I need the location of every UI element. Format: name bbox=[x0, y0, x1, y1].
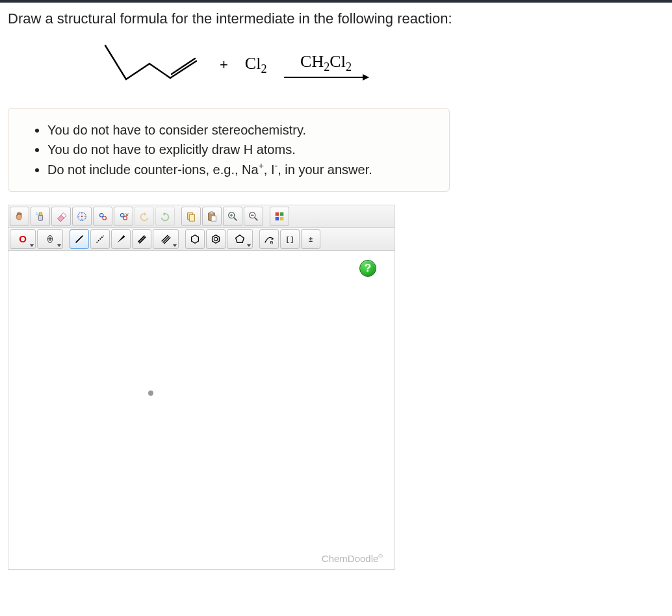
chevron-down-icon bbox=[247, 244, 251, 247]
svg-line-35 bbox=[97, 235, 104, 242]
element-picker-button[interactable]: O bbox=[10, 229, 36, 249]
svg-line-4 bbox=[172, 58, 195, 74]
svg-marker-41 bbox=[192, 235, 199, 243]
zoom-in-button[interactable] bbox=[223, 207, 242, 226]
reagent-cl2: Cl2 bbox=[245, 54, 267, 76]
undo-button[interactable] bbox=[135, 207, 154, 226]
zoom-out-button[interactable] bbox=[244, 207, 263, 226]
paste-button[interactable] bbox=[202, 207, 222, 226]
rings-cut-tool-button[interactable] bbox=[114, 207, 133, 226]
svg-line-2 bbox=[149, 64, 170, 78]
hand-tool-button[interactable] bbox=[10, 207, 29, 226]
triple-bond-button[interactable] bbox=[153, 229, 179, 249]
hint-2: You do not have to explicitly draw H ato… bbox=[47, 140, 433, 159]
svg-line-34 bbox=[76, 235, 83, 242]
svg-line-3 bbox=[170, 61, 196, 78]
reaction-plus: + bbox=[220, 57, 228, 73]
content: Draw a structural formula for the interm… bbox=[0, 3, 672, 570]
rings-tool-button[interactable] bbox=[93, 207, 112, 226]
svg-marker-42 bbox=[213, 235, 220, 243]
charge-label: ± bbox=[309, 235, 313, 243]
svg-rect-33 bbox=[280, 217, 283, 220]
svg-point-8 bbox=[36, 214, 36, 214]
redo-button[interactable] bbox=[155, 207, 175, 226]
spray-tool-button[interactable] bbox=[31, 207, 50, 226]
hint-1: You do not have to consider stereochemis… bbox=[47, 120, 433, 140]
brackets-label: [ ] bbox=[287, 235, 293, 243]
reaction-row: + Cl2 CH2Cl2 bbox=[8, 39, 664, 108]
colors-button[interactable] bbox=[270, 207, 289, 226]
hexagon-ring-button[interactable] bbox=[185, 229, 205, 249]
svg-rect-19 bbox=[189, 214, 194, 221]
svg-line-1 bbox=[126, 64, 149, 79]
chevron-down-icon bbox=[173, 244, 177, 247]
svg-rect-21 bbox=[210, 211, 213, 214]
toolbar-row-2: O + bbox=[8, 228, 394, 251]
svg-rect-32 bbox=[276, 217, 279, 220]
svg-rect-22 bbox=[211, 216, 216, 221]
reaction-arrow: CH2Cl2 bbox=[284, 52, 368, 78]
svg-line-28 bbox=[255, 217, 258, 220]
hint-box: You do not have to consider stereochemis… bbox=[8, 108, 450, 192]
charge-picker-button[interactable]: + bbox=[37, 229, 63, 249]
svg-line-24 bbox=[234, 217, 237, 220]
help-button[interactable]: ? bbox=[359, 260, 376, 277]
svg-text:n: n bbox=[270, 239, 273, 245]
svg-line-0 bbox=[105, 45, 126, 79]
svg-point-7 bbox=[36, 212, 37, 213]
chevron-down-icon bbox=[57, 244, 61, 247]
reagent-text: Cl bbox=[245, 54, 261, 73]
dashed-bond-button[interactable] bbox=[90, 229, 110, 249]
svg-rect-5 bbox=[38, 215, 42, 220]
arrow-condition: CH2Cl2 bbox=[300, 52, 352, 74]
reagent-sub: 2 bbox=[261, 62, 266, 75]
svg-point-11 bbox=[81, 215, 83, 217]
arrow-line bbox=[284, 77, 368, 78]
help-icon: ? bbox=[365, 262, 371, 275]
brackets-button[interactable]: [ ] bbox=[280, 229, 300, 249]
svg-point-12 bbox=[100, 213, 103, 216]
eraser-tool-button[interactable] bbox=[51, 207, 71, 226]
svg-rect-6 bbox=[39, 212, 42, 215]
svg-point-43 bbox=[214, 237, 217, 240]
hint-3: Do not include counter-ions, e.g., Na+, … bbox=[47, 159, 433, 179]
double-bond-button[interactable] bbox=[132, 229, 151, 249]
svg-point-14 bbox=[121, 213, 124, 216]
drawing-canvas[interactable]: ? ChemDoodle® bbox=[8, 251, 394, 569]
svg-marker-44 bbox=[236, 235, 244, 242]
svg-point-9 bbox=[37, 213, 38, 214]
structure-editor: O + bbox=[8, 205, 395, 570]
chemdoodle-brand: ChemDoodle® bbox=[322, 553, 383, 564]
svg-point-13 bbox=[103, 216, 106, 220]
toolbar-row-1 bbox=[8, 205, 394, 228]
canvas-origin-dot bbox=[148, 391, 153, 396]
svg-rect-31 bbox=[280, 212, 283, 215]
svg-point-15 bbox=[123, 216, 127, 220]
wedge-bond-button[interactable] bbox=[111, 229, 131, 249]
copy-button[interactable] bbox=[181, 207, 201, 226]
svg-rect-30 bbox=[276, 212, 279, 215]
pentagon-ring-button[interactable] bbox=[227, 229, 253, 249]
charge-pm-button[interactable]: ± bbox=[301, 229, 320, 249]
single-bond-button[interactable] bbox=[70, 229, 89, 249]
element-label: O bbox=[19, 233, 27, 244]
curve-arrow-button[interactable]: n bbox=[259, 229, 279, 249]
question-prompt: Draw a structural formula for the interm… bbox=[8, 10, 664, 27]
center-tool-button[interactable] bbox=[72, 207, 92, 226]
chevron-down-icon bbox=[30, 244, 34, 247]
starting-material-structure bbox=[99, 39, 203, 91]
benzene-ring-button[interactable] bbox=[206, 229, 226, 249]
